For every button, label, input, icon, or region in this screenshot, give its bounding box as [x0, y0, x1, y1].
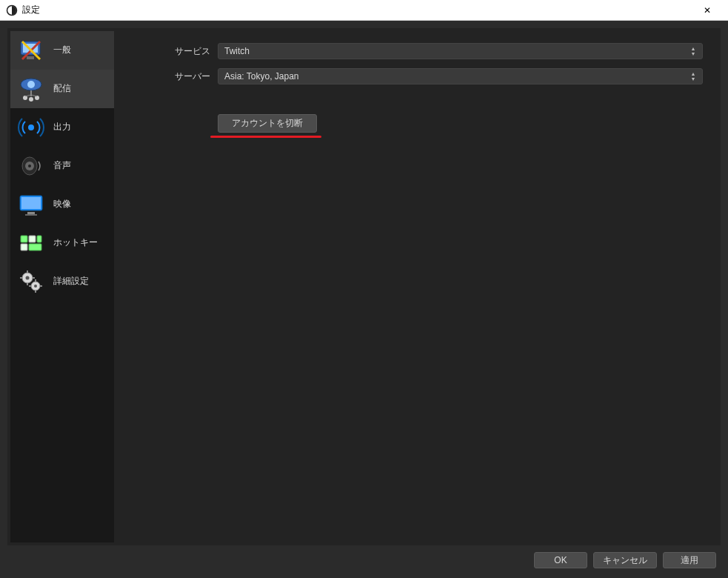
dialog-footer: OK キャンセル 適用 [7, 545, 721, 571]
sidebar-item-video[interactable]: 映像 [10, 185, 114, 224]
sidebar-item-label: 音声 [53, 159, 71, 172]
svg-rect-19 [21, 197, 41, 209]
sidebar-item-audio[interactable]: 音声 [10, 147, 114, 185]
disconnect-row: アカウントを切断 [136, 114, 703, 138]
svg-rect-24 [37, 236, 41, 242]
svg-rect-26 [29, 244, 41, 250]
cancel-button[interactable]: キャンセル [593, 552, 657, 568]
sidebar-item-label: ホットキー [53, 236, 98, 249]
sidebar-item-stream[interactable]: 配信 [10, 70, 114, 108]
close-button[interactable]: ✕ [692, 1, 722, 19]
server-label: サーバー [136, 70, 210, 83]
display-icon [16, 190, 46, 219]
svg-line-13 [31, 95, 37, 96]
svg-rect-25 [21, 244, 27, 250]
stream-settings-panel: サービス Twitch ▲▼ サーバー Asia: Tokyo, Japan ▲… [121, 31, 718, 542]
sidebar-item-general[interactable]: 一般 [10, 31, 114, 70]
svg-point-29 [26, 276, 30, 279]
apply-button[interactable]: 適用 [663, 552, 716, 568]
network-icon [16, 74, 46, 104]
spinner-icon: ▲▼ [687, 46, 699, 56]
app-icon [6, 4, 18, 16]
sidebar-item-label: 一般 [53, 44, 71, 56]
server-row: サーバー Asia: Tokyo, Japan ▲▼ [136, 68, 703, 84]
sidebar-item-label: 映像 [53, 198, 71, 210]
titlebar: 設定 ✕ [0, 0, 728, 21]
broadcast-icon [16, 113, 46, 142]
svg-point-10 [29, 97, 33, 102]
sidebar-item-label: 出力 [53, 121, 71, 133]
svg-point-30 [34, 285, 37, 288]
svg-line-12 [25, 95, 31, 96]
svg-rect-20 [27, 212, 35, 214]
service-label: サービス [136, 45, 210, 58]
svg-rect-21 [25, 214, 37, 216]
server-select[interactable]: Asia: Tokyo, Japan ▲▼ [218, 68, 703, 84]
window-title: 設定 [22, 4, 40, 16]
sidebar-item-label: 配信 [53, 82, 71, 95]
service-value: Twitch [224, 46, 250, 56]
svg-rect-3 [27, 56, 34, 59]
svg-rect-23 [29, 236, 36, 242]
ok-button[interactable]: OK [534, 552, 587, 568]
window-body: 一般 配信 出力 音声 [0, 21, 728, 578]
svg-rect-22 [21, 236, 27, 242]
sidebar-item-hotkeys[interactable]: ホットキー [10, 224, 114, 262]
close-icon: ✕ [704, 5, 711, 16]
monitor-tools-icon [16, 36, 46, 65]
svg-point-7 [27, 81, 35, 88]
content-area: 一般 配信 出力 音声 [7, 28, 721, 545]
sidebar-item-output[interactable]: 出力 [10, 108, 114, 147]
gears-icon [16, 267, 46, 296]
service-row: サービス Twitch ▲▼ [136, 43, 703, 59]
titlebar-left: 設定 [6, 4, 40, 16]
svg-point-17 [28, 165, 31, 167]
keyboard-icon [16, 228, 46, 258]
sidebar-item-label: 詳細設定 [53, 275, 89, 288]
svg-point-14 [28, 124, 34, 130]
speaker-icon [16, 151, 46, 181]
annotation-underline [210, 136, 321, 138]
spinner-icon: ▲▼ [687, 71, 699, 82]
disconnect-account-button[interactable]: アカウントを切断 [218, 114, 317, 133]
sidebar-item-advanced[interactable]: 詳細設定 [10, 262, 114, 301]
settings-sidebar: 一般 配信 出力 音声 [10, 31, 114, 542]
service-select[interactable]: Twitch ▲▼ [218, 43, 703, 59]
server-value: Asia: Tokyo, Japan [224, 71, 299, 82]
